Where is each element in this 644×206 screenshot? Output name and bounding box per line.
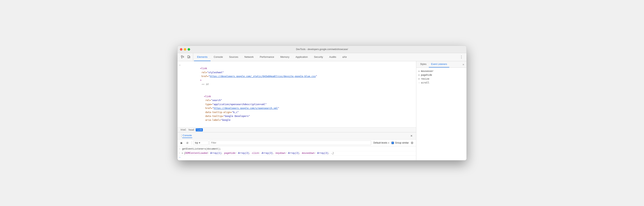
dom-view: … <link rel="stylesheet" href="https://d… [178, 61, 416, 127]
tab-performance[interactable]: Performance [257, 53, 277, 61]
context-selector[interactable]: top ▾ [193, 141, 209, 145]
expand-icon[interactable]: ▶ [182, 152, 183, 154]
event-listener-list: ▶ mouseover ▶ pagehide ▶ resize — scroll [416, 68, 466, 86]
ellipsis: … [179, 63, 182, 90]
run-script-button[interactable]: ▶ [179, 140, 184, 145]
breadcrumb-link[interactable]: link [196, 128, 203, 131]
tab-axe[interactable]: aXe [339, 53, 350, 61]
tab-bar: Elements Console Sources Network Perform… [178, 53, 466, 61]
right-panel-tabs: Styles Event Listeners » [416, 61, 466, 68]
svg-rect-7 [189, 56, 190, 58]
event-label-resize: resize [421, 77, 429, 80]
event-label-pagehide: pagehide [421, 74, 432, 76]
dom-line-1: … <link rel="stylesheet" href="https://d… [178, 62, 416, 90]
tab-memory[interactable]: Memory [277, 53, 292, 61]
event-label-scroll: scroll [421, 81, 429, 84]
inspect-icon-button[interactable] [180, 54, 185, 60]
breadcrumb-html[interactable]: html [180, 128, 187, 131]
devtools-window: DevTools - developers.google.com/web/sho… [178, 46, 466, 160]
dom-line-2: <link rel="search" type="application/ope… [178, 90, 416, 126]
svg-rect-0 [181, 56, 182, 57]
title-bar: DevTools - developers.google.com/web/sho… [178, 46, 466, 53]
console-result-preview: {DOMContentLoaded: Array(1), pagehide: A… [184, 152, 334, 155]
right-panel: Styles Event Listeners » ▶ mouseover ▶ p… [416, 61, 466, 160]
output-arrow: ‹ [179, 152, 180, 154]
event-item-mouseover[interactable]: ▶ mouseover [416, 69, 466, 73]
event-item-resize[interactable]: ▶ resize [416, 77, 466, 81]
console-tab[interactable]: Console [182, 134, 192, 138]
elements-panel: … <link rel="stylesheet" href="https://d… [178, 61, 416, 160]
tab-event-listeners[interactable]: Event Listeners [429, 61, 450, 67]
tab-console[interactable]: Console [210, 53, 226, 61]
console-close-button[interactable]: × [409, 134, 414, 138]
console-toolbar: ▶ ⊘ top ▾ Default levels ▾ [178, 140, 416, 146]
console-output-row[interactable]: ‹ ▶ {DOMContentLoaded: Array(1), pagehid… [178, 151, 416, 156]
event-item-scroll[interactable]: — scroll [416, 81, 466, 85]
tab-bar-icons [178, 53, 193, 61]
minimize-button[interactable] [184, 48, 186, 51]
stylesheet-link[interactable]: https://developers.google.com/_static/64… [210, 75, 316, 78]
breadcrumb-head[interactable]: head [188, 128, 195, 131]
input-prompt: › [179, 148, 180, 150]
more-right-tabs[interactable]: » [462, 61, 465, 67]
tab-network[interactable]: Network [242, 53, 257, 61]
close-button[interactable] [180, 48, 182, 51]
console-header: ⋮ Console × [178, 132, 416, 140]
tab-elements[interactable]: Elements [194, 53, 210, 61]
device-toolbar-button[interactable] [186, 54, 192, 60]
console-section: ⋮ Console × ▶ ⊘ top ▾ [178, 132, 416, 160]
console-filter-input[interactable] [210, 141, 371, 145]
console-settings-button[interactable]: ⚙ [410, 140, 414, 145]
console-cursor-row[interactable]: › [178, 156, 416, 159]
event-arrow-mouseover: ▶ [418, 70, 420, 72]
event-label-mouseover: mouseover [421, 70, 434, 72]
group-similar-checkbox[interactable] [392, 142, 394, 144]
tab-sources[interactable]: Sources [226, 53, 242, 61]
more-tabs-button[interactable]: ⋮ [459, 54, 464, 60]
tab-security[interactable]: Security [311, 53, 326, 61]
clear-console-button[interactable]: ⊘ [185, 140, 190, 145]
toolbar-separator-1 [192, 141, 192, 145]
main-area: … <link rel="stylesheet" href="https://d… [178, 61, 466, 160]
drag-handle-icon: ⋮ [180, 134, 181, 137]
tab-audits[interactable]: Audits [326, 53, 339, 61]
opensearch-link[interactable]: https://developers.google.com/s/opensear… [214, 107, 278, 110]
maximize-button[interactable] [188, 48, 190, 51]
tab-bar-end: ⋮ [459, 53, 466, 61]
console-output: › getEventListeners(document); ‹ ▶ {DOMC… [178, 146, 416, 160]
window-title: DevTools - developers.google.com/web/sho… [296, 48, 348, 51]
event-arrow-resize: ▶ [418, 78, 420, 80]
console-cursor-prompt: › [179, 156, 180, 159]
group-similar-checkbox-area[interactable]: Group similar [392, 141, 409, 144]
console-input-row: › getEventListeners(document); [178, 147, 416, 151]
tab-application[interactable]: Application [292, 53, 311, 61]
dom-line-2-prefix [183, 91, 186, 126]
event-arrow-pagehide: ▶ [418, 74, 420, 76]
traffic-lights [180, 48, 190, 51]
event-arrow-scroll: — [418, 81, 420, 84]
event-item-pagehide[interactable]: ▶ pagehide [416, 73, 466, 77]
console-command-text: getEventListeners(document); [182, 148, 221, 150]
levels-selector[interactable]: Default levels ▾ [372, 141, 391, 145]
breadcrumb-bar: html head link [178, 127, 416, 132]
tab-styles[interactable]: Styles [418, 61, 429, 67]
